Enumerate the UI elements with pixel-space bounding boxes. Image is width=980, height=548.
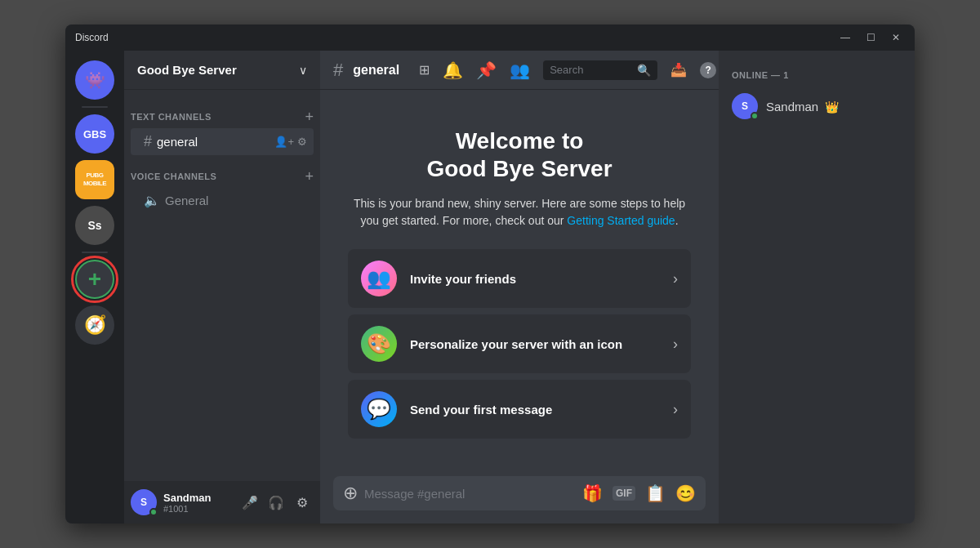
- action-cards: 👥 Invite your friends › 🎨 Personalize yo…: [348, 249, 691, 439]
- mic-icon: 🎤: [242, 495, 258, 510]
- gbs-label: GBS: [83, 128, 106, 140]
- add-icon: +: [88, 266, 101, 292]
- sandman-avatar: S: [732, 93, 758, 119]
- chat-hash-icon: #: [333, 60, 343, 81]
- send-message-emoji: 💬: [367, 398, 391, 421]
- chat-area: # general ⊞ 🔔 📌 👥 Search 🔍 📥 ?: [320, 51, 719, 523]
- add-voice-channel-button[interactable]: +: [305, 169, 314, 184]
- sticker-icon[interactable]: 📋: [645, 483, 666, 503]
- maximize-button[interactable]: ☐: [862, 32, 880, 43]
- personalize-emoji: 🎨: [367, 332, 391, 355]
- chat-header-icons: ⊞ 🔔 📌 👥 Search 🔍 📥 ?: [419, 60, 716, 80]
- settings-button[interactable]: ⚙: [291, 491, 314, 514]
- search-bar-wrapper[interactable]: Search 🔍: [543, 60, 657, 80]
- help-icon[interactable]: ?: [700, 62, 716, 78]
- voice-channels-category: VOICE CHANNELS +: [124, 156, 320, 187]
- personalize-server-card[interactable]: 🎨 Personalize your server with an icon ›: [348, 314, 691, 373]
- chat-header: # general ⊞ 🔔 📌 👥 Search 🔍 📥 ?: [320, 51, 719, 90]
- members-icon[interactable]: 👥: [510, 60, 530, 80]
- server-header[interactable]: Good Bye Server ∨: [124, 51, 320, 90]
- invite-friends-card[interactable]: 👥 Invite your friends ›: [348, 249, 691, 308]
- channel-action-icons: 👤+ ⚙: [274, 136, 307, 148]
- channel-sidebar: Good Bye Server ∨ TEXT CHANNELS + # gene…: [124, 51, 320, 523]
- speaker-icon: 🔈: [144, 193, 160, 208]
- add-server-button[interactable]: +: [75, 260, 114, 299]
- welcome-line1: Welcome to: [456, 128, 584, 154]
- inbox-icon[interactable]: 📥: [670, 62, 687, 78]
- chat-channel-name: general: [353, 63, 399, 78]
- minimize-button[interactable]: —: [835, 32, 855, 43]
- chat-content: Welcome to Good Bye Server This is your …: [320, 90, 719, 476]
- invite-friends-label: Invite your friends: [410, 272, 660, 286]
- headset-icon: 🎧: [268, 495, 284, 510]
- members-sidebar: ONLINE — 1 S Sandman 👑: [719, 51, 915, 523]
- gift-icon[interactable]: 🎁: [582, 483, 603, 503]
- channel-item-general[interactable]: # general 👤+ ⚙: [131, 128, 314, 155]
- getting-started-link[interactable]: Getting Started guide: [567, 214, 675, 227]
- settings-icon: ⚙: [296, 495, 308, 510]
- personalize-server-icon: 🎨: [361, 326, 397, 362]
- message-right-icons: 🎁 GIF 📋 😊: [582, 483, 696, 503]
- user-controls: 🎤 🎧 ⚙: [238, 491, 314, 514]
- add-text-channel-button[interactable]: +: [305, 109, 314, 124]
- user-avatar-initials: S: [140, 497, 147, 508]
- app-window: Discord — ☐ ✕ 👾 GBS PUBGMOBILE Ss +: [65, 25, 915, 523]
- mic-button[interactable]: 🎤: [238, 491, 261, 514]
- close-button[interactable]: ✕: [887, 32, 905, 43]
- send-first-message-label: Send your first message: [410, 403, 660, 417]
- invite-friends-emoji: 👥: [367, 267, 391, 290]
- server-header-chevron-icon: ∨: [299, 64, 307, 77]
- message-input[interactable]: [364, 478, 576, 510]
- user-tag-display: #1001: [163, 504, 232, 514]
- voice-channel-general[interactable]: 🔈 General: [131, 188, 314, 213]
- text-channels-label: TEXT CHANNELS: [131, 112, 212, 122]
- message-attach-button[interactable]: ⊕: [343, 476, 358, 510]
- invite-friends-chevron: ›: [673, 270, 678, 287]
- channel-list: TEXT CHANNELS + # general 👤+ ⚙ VOICE CHA…: [124, 90, 320, 481]
- welcome-line2: Good Bye Server: [426, 156, 612, 181]
- message-input-wrapper: ⊕ 🎁 GIF 📋 😊: [333, 476, 706, 510]
- send-message-icon: 💬: [361, 391, 397, 427]
- discovery-icon: 🧭: [84, 314, 106, 336]
- server-icon-gbs[interactable]: GBS: [75, 114, 114, 154]
- server-icon-discovery[interactable]: 🧭: [75, 305, 114, 345]
- server-icon-ss[interactable]: Ss: [75, 206, 114, 245]
- invite-member-icon[interactable]: 👤+: [274, 136, 294, 148]
- welcome-card: Welcome to Good Bye Server This is your …: [348, 127, 691, 439]
- gif-button[interactable]: GIF: [612, 486, 635, 501]
- server-icon-home[interactable]: 👾: [75, 60, 114, 100]
- send-first-message-card[interactable]: 💬 Send your first message ›: [348, 380, 691, 439]
- voice-channels-label: VOICE CHANNELS: [131, 172, 216, 181]
- discord-logo: 👾: [85, 70, 105, 90]
- sandman-online-dot: [751, 112, 759, 120]
- user-avatar[interactable]: S: [131, 489, 157, 515]
- channel-settings-icon[interactable]: ⚙: [297, 136, 307, 148]
- search-placeholder-text: Search: [550, 64, 632, 76]
- invite-friends-icon: 👥: [361, 261, 397, 296]
- pubg-label: PUBGMOBILE: [83, 172, 106, 187]
- sandman-name: Sandman 👑: [766, 100, 839, 114]
- text-channels-category: TEXT CHANNELS +: [124, 96, 320, 127]
- title-bar-title: Discord: [75, 32, 835, 43]
- pin-icon[interactable]: 📌: [476, 60, 497, 80]
- server-name: Good Bye Server: [137, 63, 237, 77]
- sandman-avatar-initials: S: [742, 100, 748, 112]
- personalize-chevron: ›: [673, 336, 678, 353]
- user-panel: S Sandman #1001 🎤 🎧 ⚙: [124, 481, 320, 523]
- user-info: Sandman #1001: [163, 492, 232, 514]
- emoji-icon[interactable]: 😊: [675, 483, 696, 503]
- server-icon-pubg[interactable]: PUBGMOBILE: [75, 160, 114, 199]
- server-divider: [82, 106, 108, 108]
- member-item-sandman[interactable]: S Sandman 👑: [725, 87, 908, 126]
- personalize-server-label: Personalize your server with an icon: [410, 337, 660, 351]
- message-input-area: ⊕ 🎁 GIF 📋 😊: [320, 476, 719, 523]
- main-layout: 👾 GBS PUBGMOBILE Ss + 🧭 Good Bye Se: [65, 51, 915, 523]
- notifications-icon[interactable]: 🔔: [443, 60, 463, 80]
- title-bar: Discord — ☐ ✕: [65, 25, 915, 51]
- headset-button[interactable]: 🎧: [265, 491, 287, 514]
- threads-icon[interactable]: ⊞: [419, 62, 430, 78]
- crown-icon: 👑: [825, 100, 839, 114]
- server-divider-2: [82, 252, 108, 253]
- welcome-title: Welcome to Good Bye Server: [348, 127, 691, 182]
- online-members-header: ONLINE — 1: [725, 64, 908, 83]
